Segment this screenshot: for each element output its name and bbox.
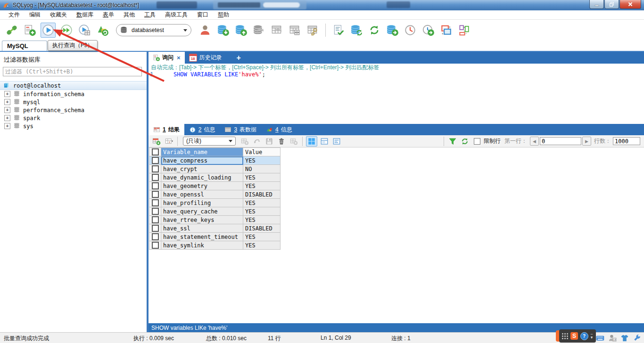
tree-item-spark[interactable]: +spark (0, 114, 147, 122)
tab-history[interactable]: 18 历史记录 (185, 52, 226, 64)
menu-item-6[interactable]: 其他 (119, 10, 140, 20)
grid-row-have_openssl[interactable]: have_opensslDISABLED (149, 190, 281, 199)
tree-item-performance-schema[interactable]: +performance_schema (0, 106, 147, 114)
close-tab-icon[interactable]: × (177, 54, 181, 61)
row-checkbox[interactable] (149, 156, 161, 165)
select-all-checkbox[interactable] (149, 148, 161, 156)
row-count-input[interactable] (613, 137, 640, 145)
cell-variable-name[interactable]: have_symlink (161, 241, 243, 250)
menu-item-7[interactable]: 工具 (140, 10, 160, 20)
result-tab-2[interactable]: 2信息 (184, 124, 220, 135)
row-checkbox[interactable] (149, 199, 161, 207)
new-tab-button[interactable]: + (237, 52, 241, 64)
grid-insert-icon[interactable] (239, 137, 250, 146)
menu-item-10[interactable]: 帮助 (213, 10, 234, 20)
limit-rows-checkbox[interactable] (474, 138, 480, 145)
delete-row-icon[interactable] (276, 137, 287, 146)
save-icon[interactable] (264, 137, 274, 146)
import-database-icon[interactable] (216, 23, 230, 37)
row-checkbox[interactable] (149, 182, 161, 190)
column-header-value[interactable]: Value (243, 148, 281, 156)
menu-item-2[interactable]: 编辑 (25, 10, 45, 20)
cell-value[interactable]: NO (243, 165, 281, 173)
schema-designer-icon[interactable] (457, 23, 471, 37)
cell-variable-name[interactable]: have_crypt (161, 165, 243, 173)
connection-tab-mysql[interactable]: MySQL (2, 41, 47, 51)
view-form-icon[interactable] (319, 137, 330, 146)
export-database-icon[interactable] (234, 23, 248, 37)
cell-variable-name[interactable]: have_dynamic_loading (161, 173, 243, 182)
first-row-decrement-button[interactable]: ◀ (530, 137, 539, 146)
row-checkbox[interactable] (149, 165, 161, 173)
scheduled-export-icon[interactable] (421, 23, 435, 37)
cell-variable-name[interactable]: have_compress (161, 156, 243, 165)
result-tab-1[interactable]: 1结果 (149, 124, 184, 135)
menu-dots-icon[interactable] (562, 333, 568, 339)
cell-variable-name[interactable]: have_openssl (161, 190, 243, 199)
grid-row-have_compress[interactable]: have_compressYES (149, 156, 281, 165)
expand-icon[interactable]: + (4, 99, 10, 105)
query-history-icon[interactable] (403, 23, 417, 37)
cell-variable-name[interactable]: have_query_cache (161, 207, 243, 216)
grid-row-have_statement_timeout[interactable]: have_statement_timeoutYES (149, 233, 281, 241)
help-icon[interactable]: ? (580, 332, 588, 340)
cell-value[interactable]: YES (243, 173, 281, 182)
tree-item-root-localhost[interactable]: root@localhost (0, 81, 147, 90)
view-text-icon[interactable] (331, 137, 342, 146)
expand-icon[interactable]: + (4, 107, 10, 113)
row-checkbox[interactable] (149, 173, 161, 182)
grid-row-have_profiling[interactable]: have_profilingYES (149, 199, 281, 207)
index-manager-icon[interactable] (305, 23, 320, 37)
user-calendar-icon[interactable]: 13 (608, 334, 617, 343)
refresh-icon[interactable] (367, 23, 381, 37)
keyboard-icon[interactable] (595, 334, 605, 343)
tshirt-icon[interactable] (620, 334, 629, 343)
result-tab-3[interactable]: 3表数据 (220, 124, 261, 135)
tree-item-mysql[interactable]: +mysql (0, 98, 147, 106)
expand-icon[interactable]: + (4, 91, 10, 97)
grid-revert-icon[interactable] (252, 137, 262, 146)
row-checkbox[interactable] (149, 216, 161, 224)
sync-database-icon[interactable] (349, 23, 363, 37)
menu-item-5[interactable]: 表单 (98, 10, 119, 20)
cell-value[interactable]: YES (243, 156, 281, 165)
sql-editor[interactable]: 1 SHOW VARIABLES LIKE 'have%'; (149, 71, 644, 124)
migrate-database-icon[interactable] (385, 23, 399, 37)
grid-row-have_query_cache[interactable]: have_query_cacheYES (149, 207, 281, 216)
grid-mode-select[interactable]: (只读) (183, 137, 236, 146)
execute-to-grid-icon[interactable] (77, 23, 91, 37)
row-checkbox[interactable] (149, 190, 161, 199)
grid-row-have_crypt[interactable]: have_cryptNO (149, 165, 281, 173)
execute-query-icon[interactable] (41, 23, 56, 38)
column-header-variable-name[interactable]: Variable_name (161, 148, 243, 156)
result-tab-4[interactable]: 4信息 (261, 124, 297, 135)
funnel-icon[interactable] (447, 137, 458, 146)
cell-value[interactable]: YES (243, 233, 281, 241)
cell-variable-name[interactable]: have_geometry (161, 182, 243, 190)
table-maintenance-icon[interactable] (288, 23, 302, 37)
first-row-input[interactable] (540, 137, 581, 145)
cell-value[interactable]: YES (243, 216, 281, 224)
row-checkbox[interactable] (149, 207, 161, 216)
menu-item-8[interactable]: 高级工具 (160, 10, 192, 20)
row-checkbox[interactable] (149, 224, 161, 233)
copy-table-icon[interactable] (270, 23, 284, 37)
sogou-icon[interactable]: S (570, 332, 578, 340)
grid-columns-icon[interactable] (164, 137, 174, 146)
cell-variable-name[interactable]: have_rtree_keys (161, 216, 243, 224)
grid-cancel-icon[interactable] (289, 137, 299, 146)
menu-item-3[interactable]: 收藏夹 (45, 10, 72, 20)
menu-item-4[interactable]: 数据库 (72, 10, 98, 20)
new-query-icon[interactable] (23, 23, 37, 37)
menu-item-9[interactable]: 窗口 (192, 10, 213, 20)
grid-row-have_ssl[interactable]: have_sslDISABLED (149, 224, 281, 233)
wrench-icon[interactable] (632, 334, 642, 343)
window-layout-icon[interactable] (439, 23, 453, 37)
cell-value[interactable]: YES (243, 199, 281, 207)
cell-value[interactable]: DISABLED (243, 224, 281, 233)
copy-database-icon[interactable] (252, 23, 266, 37)
grid-export-icon[interactable] (151, 137, 162, 146)
execute-all-icon[interactable] (59, 23, 74, 37)
database-select[interactable]: databasetest (116, 24, 191, 36)
expand-icon[interactable]: + (4, 115, 10, 121)
